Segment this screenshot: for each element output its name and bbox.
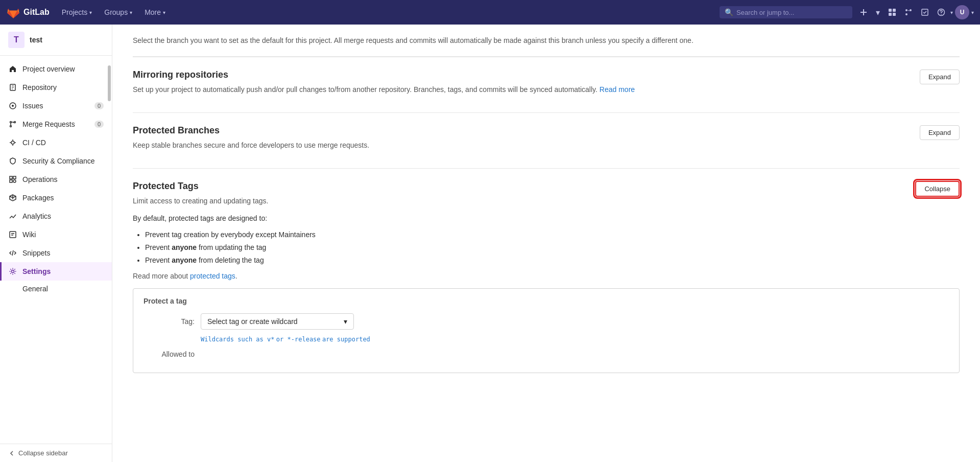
analytics-icon [8, 212, 17, 221]
tag-hint: Wildcards such as v* or *-release are su… [144, 336, 949, 343]
issues-badge: 0 [94, 102, 104, 109]
sidebar-item-operations[interactable]: Operations [0, 170, 112, 189]
svg-rect-4 [889, 13, 892, 16]
project-name: test [30, 36, 42, 44]
svg-point-22 [13, 180, 16, 182]
svg-rect-3 [893, 9, 896, 12]
svg-point-16 [10, 126, 12, 127]
merge-requests-icon[interactable] [901, 5, 916, 19]
sidebar-sub-item-general[interactable]: General [0, 281, 112, 297]
protected-branches-description: Keep stable branches secure and force de… [133, 140, 369, 151]
allowed-to-label: Allowed to [144, 350, 195, 358]
protected-tags-description: Limit access to creating and updating ta… [133, 196, 268, 206]
bullet-1: Prevent tag creation by everybody except… [145, 229, 960, 240]
wiki-icon [8, 230, 17, 239]
svg-rect-23 [10, 232, 16, 238]
protected-branches-expand-button[interactable]: Expand [920, 125, 960, 140]
topnav-actions: ▾ ▾ U ▾ [856, 5, 974, 20]
svg-point-18 [11, 141, 14, 144]
svg-rect-20 [13, 176, 16, 179]
shield-icon [8, 156, 17, 166]
collapse-sidebar-button[interactable]: Collapse sidebar [0, 444, 112, 462]
bullet-2: Prevent anyone from updating the tag [145, 242, 960, 253]
protected-branches-section: Protected Branches Keep stable branches … [133, 112, 960, 168]
nav-projects[interactable]: Projects ▾ [58, 6, 97, 18]
svg-point-14 [12, 105, 14, 107]
operations-icon [8, 175, 17, 184]
projects-chevron-icon: ▾ [89, 10, 92, 15]
todo-icon[interactable] [918, 5, 932, 19]
packages-icon [8, 193, 17, 202]
mirroring-title: Mirroring repositories [133, 70, 635, 80]
protect-tag-box: Protect a tag Tag: Select tag or create … [133, 288, 960, 373]
mirroring-description: Set up your project to automatically pus… [133, 84, 635, 95]
gitlab-logo[interactable]: GitLab [6, 5, 50, 19]
hint-code-2: *-release [288, 336, 321, 343]
mirroring-read-more-link[interactable]: Read more [600, 85, 635, 94]
new-item-button[interactable] [856, 5, 871, 19]
sidebar-item-packages[interactable]: Packages [0, 189, 112, 207]
tag-select-dropdown[interactable]: Select tag or create wildcard ▾ [201, 313, 354, 330]
tag-label: Tag: [144, 317, 195, 326]
topnav: GitLab Projects ▾ Groups ▾ More ▾ 🔍 Sear… [0, 0, 980, 25]
snippets-icon [8, 248, 17, 258]
svg-point-6 [905, 9, 907, 11]
gitlab-wordmark: GitLab [23, 8, 50, 17]
new-item-chevron[interactable]: ▾ [873, 5, 883, 20]
merge-requests-nav-icon [8, 120, 17, 129]
svg-point-7 [905, 13, 907, 15]
svg-rect-21 [10, 180, 12, 182]
protected-tags-intro: By default, protected tags are designed … [133, 213, 960, 224]
sidebar-item-ci-cd[interactable]: CI / CD [0, 133, 112, 152]
issues-icon [8, 101, 17, 110]
collapse-sidebar-icon [8, 450, 15, 457]
sidebar-item-security-compliance[interactable]: Security & Compliance [0, 152, 112, 170]
sidebar-item-repository[interactable]: Repository [0, 78, 112, 97]
bullet-3: Prevent anyone from deleting the tag [145, 255, 960, 266]
protected-tags-collapse-button[interactable]: Collapse [915, 181, 960, 197]
svg-rect-2 [889, 9, 892, 12]
svg-rect-5 [893, 13, 896, 16]
nav-groups[interactable]: Groups ▾ [100, 6, 136, 18]
nav-more[interactable]: More ▾ [140, 6, 170, 18]
protected-tags-bullets: Prevent tag creation by everybody except… [133, 229, 960, 266]
user-avatar[interactable]: U [955, 5, 969, 19]
protected-branches-title: Protected Branches [133, 125, 369, 136]
cicd-icon [8, 138, 17, 147]
sidebar-item-settings[interactable]: Settings [0, 262, 112, 281]
mirroring-expand-button[interactable]: Expand [920, 70, 960, 84]
default-branch-description: Select the branch you want to set as the… [133, 35, 960, 57]
allowed-to-form-row: Allowed to [144, 350, 949, 358]
protected-tags-link[interactable]: protected tags [190, 272, 235, 280]
sidebar-item-project-overview[interactable]: Project overview [0, 60, 112, 78]
project-header: T test [0, 25, 112, 56]
home-icon [8, 64, 17, 74]
search-icon: 🔍 [725, 8, 733, 16]
more-chevron-icon: ▾ [163, 10, 165, 15]
mirroring-section: Mirroring repositories Set up your proje… [133, 57, 960, 112]
project-avatar: T [8, 32, 25, 48]
svg-point-11 [941, 14, 942, 15]
merge-requests-badge: 0 [94, 121, 104, 128]
svg-point-8 [910, 9, 912, 11]
svg-point-15 [10, 122, 12, 123]
tag-form-row: Tag: Select tag or create wildcard ▾ [144, 313, 949, 330]
sidebar-scrollbar [108, 65, 111, 101]
sidebar-item-issues[interactable]: Issues 0 [0, 97, 112, 115]
help-button[interactable] [934, 5, 948, 19]
repository-icon [8, 83, 17, 92]
hint-code-1: v* [267, 336, 274, 343]
protect-box-title: Protect a tag [144, 297, 949, 305]
sidebar-item-analytics[interactable]: Analytics [0, 207, 112, 225]
svg-point-24 [12, 270, 14, 273]
sidebar-item-snippets[interactable]: Snippets [0, 244, 112, 262]
search-placeholder: Search or jump to... [736, 9, 847, 16]
sidebar-item-merge-requests[interactable]: Merge Requests 0 [0, 115, 112, 133]
read-more-line: Read more about protected tags. [133, 272, 960, 280]
search-bar[interactable]: 🔍 Search or jump to... [720, 6, 852, 18]
sidebar-item-wiki[interactable]: Wiki [0, 225, 112, 244]
main-content: Select the branch you want to set as the… [112, 25, 980, 462]
profile-icon[interactable] [885, 5, 899, 19]
sidebar-nav: Project overview Repository Issues 0 Me [0, 56, 112, 444]
bold-anyone-2: anyone [172, 256, 197, 264]
